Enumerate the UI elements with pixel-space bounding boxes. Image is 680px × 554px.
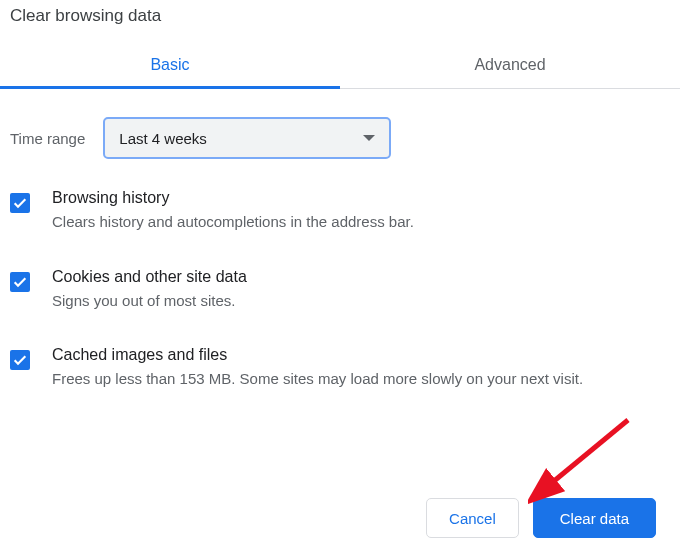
checkbox-cookies[interactable] [10, 272, 30, 292]
time-range-row: Time range Last 4 weeks [10, 117, 666, 159]
time-range-select[interactable]: Last 4 weeks [103, 117, 391, 159]
tabs: Basic Advanced [0, 44, 680, 89]
option-title: Cookies and other site data [52, 268, 247, 286]
option-description: Clears history and autocompletions in th… [52, 211, 414, 234]
check-icon [12, 352, 28, 368]
option-title: Cached images and files [52, 346, 583, 364]
option-browsing-history: Browsing history Clears history and auto… [10, 189, 666, 234]
option-title: Browsing history [52, 189, 414, 207]
svg-line-0 [548, 420, 628, 486]
annotation-arrow-icon [528, 414, 638, 504]
option-cookies: Cookies and other site data Signs you ou… [10, 268, 666, 313]
dialog-title: Clear browsing data [10, 6, 666, 26]
time-range-label: Time range [10, 130, 85, 147]
check-icon [12, 274, 28, 290]
option-description: Signs you out of most sites. [52, 290, 247, 313]
checkbox-cache[interactable] [10, 350, 30, 370]
option-text: Cached images and files Frees up less th… [52, 346, 583, 391]
option-text: Browsing history Clears history and auto… [52, 189, 414, 234]
checkbox-browsing-history[interactable] [10, 193, 30, 213]
cancel-button[interactable]: Cancel [426, 498, 519, 538]
option-cache: Cached images and files Frees up less th… [10, 346, 666, 391]
option-text: Cookies and other site data Signs you ou… [52, 268, 247, 313]
options-list: Browsing history Clears history and auto… [10, 189, 666, 391]
check-icon [12, 195, 28, 211]
clear-data-button[interactable]: Clear data [533, 498, 656, 538]
clear-browsing-data-dialog: Clear browsing data Basic Advanced Time … [0, 0, 680, 391]
option-description: Frees up less than 153 MB. Some sites ma… [52, 368, 583, 391]
time-range-value: Last 4 weeks [119, 130, 207, 147]
dialog-footer: Cancel Clear data [426, 498, 656, 538]
tab-advanced[interactable]: Advanced [340, 44, 680, 88]
chevron-down-icon [363, 135, 375, 141]
tab-basic[interactable]: Basic [0, 44, 340, 88]
